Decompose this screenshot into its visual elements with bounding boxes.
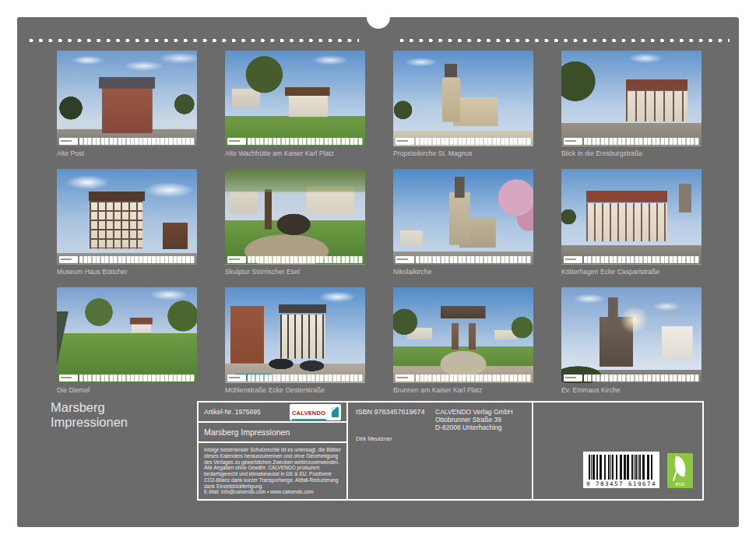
thumbnail-caption: Museum Haus Böttcher [57,268,197,276]
thumbnail-caption: Nikolaikirche [393,268,533,276]
calendar-page-thumbnail: Propsteikirche St. Magnus [393,51,533,169]
photo-muehlenstrasse [225,287,365,383]
calendar-strip [564,374,699,382]
info-column-isbn: ISBN 9783457619674 CALVENDO Verlag GmbH … [348,403,533,499]
thumbnail-caption: Ev. Emmaus Kirche [561,386,701,394]
calendar-day-cells [416,374,531,382]
calendar-strip [396,138,531,145]
calendar-month-cell [564,256,582,263]
photo-skulptur-esel [225,169,365,265]
publisher-info-panel: Artikel-Nr. 1975695 CALVENDO Marsberg Im… [197,401,704,501]
thumbnail-caption: Skulptur Störrischer Esel [225,268,365,276]
calendar-month-cell [59,374,78,382]
publisher-line2: Ottobrunner Straße 39 [435,416,513,424]
hanging-notch [367,17,390,29]
calendar-day-cells [584,138,699,145]
calendar-strip [396,374,531,382]
info-column-product: Artikel-Nr. 1975695 CALVENDO Marsberg Im… [199,403,348,499]
thumbnail-caption: Mühlenstraße Ecke Oesterstraße [225,386,365,394]
calendar-page-thumbnail: Ev. Emmaus Kirche [561,287,701,406]
calendar-page-thumbnail: Blick in die Eresburgstraße [561,51,701,169]
calendar-strip [59,138,195,145]
calvendo-logo-text: CALVENDO [292,410,325,417]
ean-barcode: 9 783457 619674 [583,452,659,488]
calendar-day-cells [584,374,699,382]
leaf-stem [673,470,677,481]
info-column-barcode: 9 783457 619674 eco [533,403,702,499]
photo-brunnen [393,287,533,383]
article-number: Artikel-Nr. 1975695 [204,408,261,416]
calendar-month-cell [227,256,246,263]
calvendo-logo: CALVENDO [290,404,341,420]
calendar-month-cell [564,138,582,145]
legal-text-cell: Infolge bestehender Schutzrechte ist es … [199,443,346,499]
thumbnail-caption: Alte Wachhütte am Kaiser Karl Platz [225,149,365,157]
calendar-strip [564,256,699,263]
calendar-title: Marsberg Impressionen [204,427,290,437]
calendar-page-thumbnail: Alte Wachhütte am Kaiser Karl Platz [225,51,365,169]
calendar-page-thumbnail: Alte Post [57,51,197,169]
calendar-page-thumbnail: Kötterhagen Ecke Casparistraße [561,169,701,287]
photo-die-diemel [57,287,197,383]
calendar-page-thumbnail: Nikolaikirche [393,169,533,287]
calendar-strip [59,256,195,263]
photo-nikolaikirche [393,169,533,265]
publisher-line1: CALVENDO Verlag GmbH [435,408,513,416]
calendar-strip [227,256,363,263]
calendar-day-cells [416,138,531,145]
cover-title-line2: Impressionen [51,415,128,430]
calendar-strip [59,374,195,382]
calvendo-logo-icon [332,407,339,417]
calendar-day-cells [79,374,195,382]
calendar-strip [227,374,363,382]
punch-holes-left [26,37,359,44]
calendar-day-cells [248,256,363,263]
calendar-strip [227,138,363,145]
thumbnail-caption: Brunnen am Kaiser Karl Platz [393,386,533,394]
publisher-address: CALVENDO Verlag GmbH Ottobrunner Straße … [435,408,513,431]
calvendo-logo-tagline [292,419,326,420]
cover-title-line1: Marsberg [51,400,128,415]
thumbnail-caption: Kötterhagen Ecke Casparistraße [561,268,701,276]
isbn-text: ISBN 9783457619674 [356,408,425,416]
calendar-title-cell: Marsberg Impressionen [199,423,346,443]
thumbnail-caption: Propsteikirche St. Magnus [393,149,533,157]
photo-emmaus-kirche [561,287,701,383]
publisher-line3: D-82008 Unterhaching [435,424,513,431]
calendar-page-thumbnail: Mühlenstraße Ecke Oesterstraße [225,287,365,406]
photo-koetterhagen [561,169,701,265]
calendar-page-thumbnail: Brunnen am Kaiser Karl Platz [393,287,533,406]
calendar-day-cells [79,138,195,145]
eco-label: eco [667,480,693,487]
legal-text: Infolge bestehender Schutzrechte ist es … [204,447,341,488]
calendar-day-cells [248,138,363,145]
thumbnail-caption: Alte Post [57,149,197,157]
photo-eresburgstrasse [561,51,701,146]
calendar-month-cell [59,256,78,263]
author-name: Dirk Meutzner [356,435,392,442]
calendar-page-thumbnail: Die Diemel [57,287,197,406]
calendar-day-cells [248,374,363,382]
calendar-strip [564,138,699,145]
article-number-cell: Artikel-Nr. 1975695 CALVENDO [199,403,346,423]
calendar-month-cell [396,256,414,263]
photo-museum-haus-boettcher [57,169,197,265]
contact-line: E-Mail: info@calvendo.com • www.calvendo… [204,489,341,495]
calvendo-logo-wordmark: CALVENDO [292,404,329,420]
barcode-bars [589,455,654,480]
calendar-month-cell [227,138,246,145]
photo-propsteikirche [393,51,533,146]
cover-title: Marsberg Impressionen [51,400,128,430]
barcode-number: 9 783457 619674 [583,480,659,487]
cover-card: Alte Post Alte Wachhütte am Kaiser Karl … [17,17,739,527]
punch-holes-right [397,37,730,44]
calendar-day-cells [416,256,531,263]
calendar-day-cells [79,256,195,263]
photo-alte-post [57,51,197,146]
calendar-month-cell [396,374,414,382]
calendar-back-cover-scan: Alte Post Alte Wachhütte am Kaiser Karl … [0,0,756,545]
calendar-month-cell [396,138,414,145]
calendar-page-thumbnail: Skulptur Störrischer Esel [225,169,365,287]
calendar-month-cell [564,374,582,382]
calendar-month-cell [227,374,246,382]
